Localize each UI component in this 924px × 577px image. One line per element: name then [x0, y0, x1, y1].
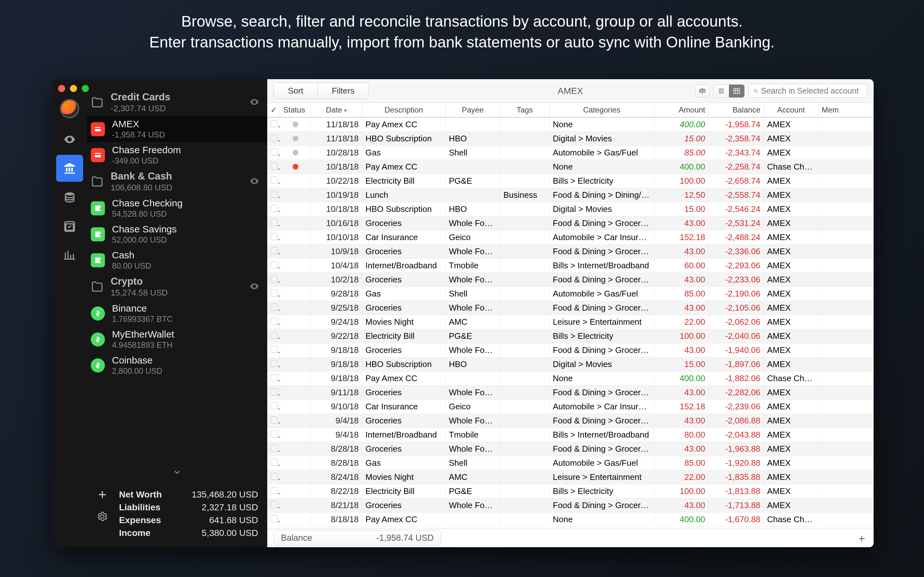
account-item[interactable]: Chase Savings52,000.00 USD — [87, 221, 267, 247]
accounts-nav[interactable] — [56, 155, 83, 182]
transaction-row[interactable]: 10/18/18HBO SubscriptionHBODigital > Mov… — [267, 202, 874, 216]
row-checkbox[interactable] — [270, 445, 278, 452]
visibility-toggle[interactable] — [249, 281, 260, 293]
row-checkbox[interactable] — [270, 459, 278, 466]
transaction-row[interactable]: 8/21/18GroceriesWhole Foo…Food & Dining … — [267, 498, 874, 513]
transaction-row[interactable]: 9/18/18GroceriesWhole Foo…Food & Dining … — [267, 343, 874, 358]
window-minimize-button[interactable] — [70, 85, 77, 92]
transaction-row[interactable]: 9/11/18GroceriesWhole Foo…Food & Dining … — [267, 386, 874, 400]
account-item[interactable]: Cash80.00 USD — [87, 247, 267, 273]
row-checkbox[interactable] — [270, 388, 278, 395]
search-box[interactable] — [748, 84, 867, 98]
col-description[interactable]: Description — [362, 103, 446, 117]
transaction-row[interactable]: 10/28/18GasShellAutomobile > Gas/Fuel85.… — [267, 146, 874, 160]
transaction-row[interactable]: 9/4/18Internet/BroadbandTmobileBills > I… — [267, 428, 874, 442]
calendar-nav[interactable] — [56, 213, 83, 239]
row-checkbox[interactable] — [270, 191, 278, 198]
account-item[interactable]: Chase Freedom-349.00 USD — [87, 142, 267, 168]
row-checkbox[interactable] — [270, 501, 278, 508]
transaction-row[interactable]: 8/28/18GasShellAutomobile > Gas/Fuel85.0… — [267, 456, 874, 470]
transaction-row[interactable]: 10/4/18Internet/BroadbandTmobileBills > … — [267, 259, 874, 273]
account-item[interactable]: Coinbase2,800.00 USD — [87, 352, 267, 378]
account-item[interactable]: MyEtherWallet4.94581893 ETH — [87, 326, 267, 352]
search-input[interactable] — [761, 86, 863, 95]
row-checkbox[interactable] — [270, 233, 278, 240]
transaction-row[interactable]: 11/18/18Pay Amex CCNone400.00-1,958.74AM… — [267, 117, 874, 132]
gear-icon[interactable] — [97, 511, 107, 522]
transaction-row[interactable]: 10/19/18LunchBusinessFood & Dining > Din… — [267, 188, 874, 202]
row-checkbox[interactable] — [270, 515, 278, 522]
col-amount[interactable]: Amount — [654, 103, 709, 117]
transaction-row[interactable]: 8/18/18Pay Amex CCNone400.00-1,670.88Cha… — [267, 513, 874, 527]
transaction-row[interactable]: 10/10/18Car InsuranceGeicoAutomobile > C… — [267, 230, 874, 245]
row-checkbox[interactable] — [270, 303, 278, 311]
sidebar-collapse-button[interactable] — [87, 464, 267, 482]
reports-nav[interactable] — [56, 242, 83, 268]
row-checkbox[interactable] — [270, 416, 278, 424]
transaction-row[interactable]: 8/28/18GroceriesWhole Foo…Food & Dining … — [267, 442, 874, 456]
row-checkbox[interactable] — [270, 247, 278, 254]
col-memo[interactable]: Mem — [819, 103, 874, 117]
account-group[interactable]: Credit Cards-2,307.74 USD — [87, 89, 267, 116]
transaction-row[interactable]: 9/24/18Movies NightAMCLeisure > Entertai… — [267, 315, 874, 329]
row-checkbox[interactable] — [270, 360, 278, 367]
row-checkbox[interactable] — [270, 276, 278, 282]
col-categories[interactable]: Categories — [549, 103, 654, 117]
transaction-row[interactable]: 8/24/18Movies NightAMCLeisure > Entertai… — [267, 470, 874, 484]
row-checkbox[interactable] — [270, 332, 278, 339]
account-group[interactable]: Crypto15,274.58 USD — [87, 273, 267, 300]
list-view-button[interactable] — [714, 85, 729, 97]
account-item[interactable]: AMEX-1,958.74 USD — [87, 116, 267, 142]
budgets-nav[interactable] — [56, 184, 83, 211]
account-item[interactable]: Chase Checking54,528.80 USD — [87, 195, 267, 221]
footer-balance-pill[interactable]: Balance -1,958.74 USD — [274, 530, 441, 546]
col-balance[interactable]: Balance — [709, 103, 764, 117]
col-status[interactable]: Status — [280, 103, 311, 117]
plus-icon[interactable] — [97, 490, 107, 500]
row-checkbox[interactable] — [270, 134, 278, 141]
transaction-row[interactable]: 9/28/18GasShellAutomobile > Gas/Fuel85.0… — [267, 287, 874, 301]
add-transaction-button[interactable]: ＋ — [856, 531, 867, 546]
row-checkbox[interactable] — [270, 261, 278, 268]
col-account[interactable]: Account — [764, 103, 819, 117]
balance-toggle-button[interactable] — [695, 85, 709, 97]
row-checkbox[interactable] — [270, 430, 278, 438]
row-checkbox[interactable] — [270, 346, 278, 353]
row-checkbox[interactable] — [270, 177, 278, 184]
row-checkbox[interactable] — [270, 290, 278, 297]
col-tags[interactable]: Tags — [500, 103, 549, 117]
row-checkbox[interactable] — [270, 402, 278, 409]
visibility-toggle[interactable] — [249, 97, 260, 108]
row-checkbox[interactable] — [270, 487, 278, 494]
row-checkbox[interactable] — [270, 148, 278, 155]
filters-button[interactable]: Filters — [318, 83, 368, 99]
col-payee[interactable]: Payee — [446, 103, 500, 117]
transaction-row[interactable]: 9/22/18Electricity BillPG&EBills > Elect… — [267, 329, 874, 343]
row-checkbox[interactable] — [270, 473, 278, 480]
table-view-button[interactable] — [729, 85, 744, 97]
window-maximize-button[interactable] — [82, 85, 89, 92]
transaction-row[interactable]: 10/2/18GroceriesWhole Foo…Food & Dining … — [267, 273, 874, 287]
account-group[interactable]: Bank & Cash106,608.80 USD — [87, 168, 267, 195]
row-checkbox[interactable] — [270, 163, 278, 169]
transaction-row[interactable]: 9/4/18GroceriesWhole Foo…Food & Dining >… — [267, 414, 874, 428]
transaction-row[interactable]: 10/9/18GroceriesWhole Foo…Food & Dining … — [267, 245, 874, 259]
col-date[interactable]: Date▾ — [311, 103, 362, 117]
row-checkbox[interactable] — [270, 374, 278, 381]
transactions-table-wrap[interactable]: ✓ Status Date▾ Description Payee Tags Ca… — [267, 103, 874, 529]
transaction-row[interactable]: 9/18/18Pay Amex CCNone400.00-1,882.06Cha… — [267, 372, 874, 386]
transaction-row[interactable]: 9/18/18HBO SubscriptionHBODigital > Movi… — [267, 358, 874, 372]
row-checkbox[interactable] — [270, 219, 278, 226]
transaction-row[interactable]: 8/22/18Electricity BillPG&EBills > Elect… — [267, 484, 874, 498]
transaction-row[interactable]: 10/16/18GroceriesWhole Foo…Food & Dining… — [267, 216, 874, 230]
transaction-row[interactable]: 10/22/18Electricity BillPG&EBills > Elec… — [267, 174, 874, 188]
window-close-button[interactable] — [58, 85, 65, 92]
row-checkbox[interactable] — [270, 205, 278, 212]
transaction-row[interactable]: 11/18/18HBO SubscriptionHBODigital > Mov… — [267, 132, 874, 146]
transaction-row[interactable]: 10/18/18Pay Amex CCNone400.00-2,258.74Ch… — [267, 160, 874, 174]
transaction-row[interactable]: 9/25/18GroceriesWhole Foo…Food & Dining … — [267, 301, 874, 315]
dashboard-nav[interactable] — [56, 126, 83, 153]
col-check[interactable]: ✓ — [267, 103, 280, 117]
sort-button[interactable]: Sort — [274, 83, 318, 99]
row-checkbox[interactable] — [270, 120, 278, 127]
